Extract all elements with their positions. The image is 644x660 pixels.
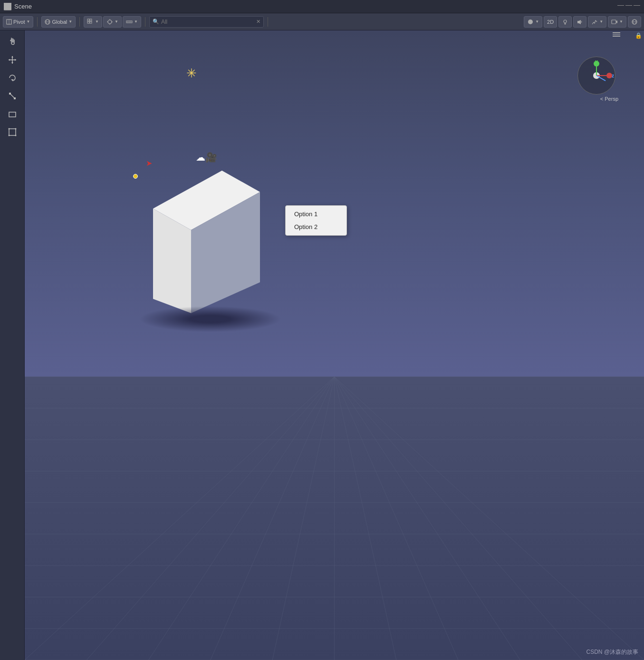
cube-svg: [139, 166, 267, 327]
svg-point-20: [528, 19, 533, 24]
svg-point-46: [15, 135, 16, 136]
svg-marker-25: [579, 20, 581, 24]
svg-rect-47: [25, 30, 644, 377]
search-bar[interactable]: 🔍 ✕: [149, 16, 264, 28]
toolbar: Pivot ▼ Global ▼ ▼ ▼ ▼ 🔍 ✕: [0, 13, 644, 30]
shading-dropdown[interactable]: ▼: [524, 16, 542, 28]
svg-line-67: [335, 377, 520, 660]
svg-rect-23: [564, 23, 566, 24]
gizmo-y-label: y: [595, 59, 598, 64]
svg-rect-24: [577, 21, 579, 23]
svg-rect-40: [9, 93, 11, 95]
svg-rect-39: [14, 97, 16, 99]
lock-icon[interactable]: 🔒: [635, 32, 642, 39]
search-input[interactable]: [161, 19, 256, 25]
cloud-camera-icon: ☁🎥: [196, 152, 217, 163]
svg-line-61: [149, 377, 335, 660]
watermark: CSDN @沐森的故事: [586, 648, 638, 656]
svg-point-43: [8, 128, 10, 130]
grid-tools: ▼ ▼ ▼: [84, 16, 141, 28]
global-btn[interactable]: Global ▼: [41, 16, 76, 28]
light-btn[interactable]: [558, 16, 572, 28]
gizmo-circle: y z: [577, 57, 615, 95]
svg-line-59: [25, 377, 335, 660]
sep3: [145, 17, 145, 27]
svg-rect-48: [25, 377, 644, 660]
svg-rect-9: [87, 21, 89, 23]
pivot-btn[interactable]: Pivot ▼: [3, 16, 33, 28]
svg-line-60: [87, 377, 334, 660]
snap-btn[interactable]: ▼: [103, 16, 122, 28]
cube-shadow: [139, 306, 281, 332]
scale-tool-btn[interactable]: [4, 87, 21, 105]
svg-marker-33: [11, 56, 13, 57]
main-content: ✳ ☁🎥 ➤ Option 1 Option 2: [0, 30, 644, 660]
sep1: [37, 17, 38, 27]
hamburger-menu[interactable]: [613, 32, 620, 37]
rect-tool-btn[interactable]: [4, 105, 21, 123]
svg-rect-42: [9, 129, 16, 135]
audio-btn[interactable]: [573, 16, 586, 28]
svg-point-21: [564, 20, 567, 23]
scene-icon: [4, 3, 11, 10]
video-btn[interactable]: ▼: [608, 16, 626, 28]
svg-rect-7: [87, 19, 89, 21]
svg-marker-35: [9, 59, 10, 61]
hand-tool-btn[interactable]: [4, 33, 21, 50]
svg-marker-36: [15, 59, 16, 61]
sep4: [268, 17, 268, 27]
gizmo-z-label: z: [612, 73, 614, 78]
svg-line-63: [272, 377, 334, 660]
svg-rect-10: [90, 21, 92, 23]
svg-line-65: [335, 377, 396, 660]
left-toolbar: [0, 30, 25, 660]
cube-object[interactable]: [139, 166, 267, 327]
transform-tool-btn[interactable]: [4, 124, 21, 141]
search-icon: 🔍: [153, 19, 159, 25]
svg-line-66: [335, 377, 459, 660]
rotate-tool-btn[interactable]: [4, 69, 21, 86]
svg-rect-41: [9, 112, 16, 117]
svg-point-45: [8, 135, 10, 136]
gizmo-widget[interactable]: y z: [577, 57, 615, 95]
svg-point-44: [15, 128, 16, 130]
title-bar: Scene: [0, 0, 644, 13]
persp-label: < Persp: [600, 96, 618, 102]
2d-btn[interactable]: 2D: [544, 16, 557, 28]
yellow-dot-icon: [133, 174, 138, 179]
global-dropdown[interactable]: Global ▼: [41, 16, 76, 28]
svg-point-11: [108, 20, 112, 24]
pivot-dropdown[interactable]: Pivot ▼: [3, 16, 33, 28]
scene-viewport[interactable]: ✳ ☁🎥 ➤ Option 1 Option 2: [25, 30, 644, 660]
svg-line-62: [211, 377, 335, 660]
svg-rect-8: [90, 19, 92, 21]
context-menu-item-option2[interactable]: Option 2: [286, 220, 346, 233]
grid-btn[interactable]: ▼: [84, 16, 102, 28]
context-menu-item-option1[interactable]: Option 1: [286, 208, 346, 220]
globe-btn[interactable]: [628, 16, 641, 28]
fx-btn[interactable]: ▼: [588, 16, 606, 28]
sep2: [79, 17, 80, 27]
scene-title: Scene: [14, 3, 32, 10]
search-clear-icon: ✕: [256, 19, 260, 25]
svg-rect-26: [612, 20, 616, 24]
sun-icon: ✳: [186, 66, 197, 81]
grid-background: [25, 30, 644, 660]
svg-rect-0: [4, 3, 11, 10]
ruler-btn[interactable]: ▼: [123, 16, 141, 28]
svg-line-69: [335, 377, 644, 660]
svg-line-68: [335, 377, 582, 660]
svg-marker-34: [11, 62, 13, 64]
context-menu[interactable]: Option 1 Option 2: [285, 205, 347, 236]
move-tool-btn[interactable]: [4, 51, 21, 68]
